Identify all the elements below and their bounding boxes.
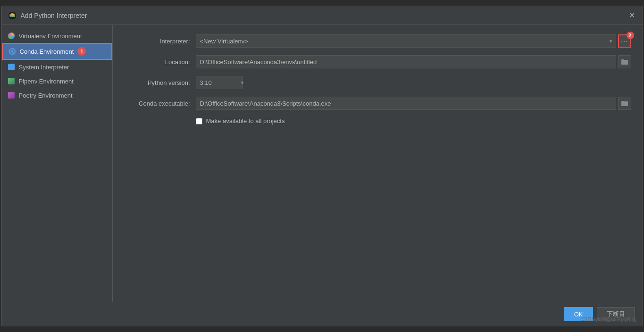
system-icon bbox=[8, 63, 15, 71]
make-available-label[interactable]: Make available to all projects bbox=[206, 117, 285, 124]
sidebar-label-conda: Conda Environment bbox=[20, 48, 74, 55]
sidebar: Virtualenv Environment Conda Environment… bbox=[2, 25, 113, 302]
interpreter-browse-button[interactable]: ··· 2 bbox=[618, 34, 631, 48]
python-version-label: Python version: bbox=[124, 79, 190, 86]
sidebar-item-conda[interactable]: Conda Environment 1 bbox=[2, 43, 112, 60]
python-version-control: 3.10 3.9 3.8 3.7 3.6 ▼ bbox=[196, 76, 631, 89]
conda-executable-label: Conda executable: bbox=[124, 100, 190, 107]
sidebar-label-system: System Interpreter bbox=[19, 64, 69, 71]
main-form: Interpreter: <New Virtualenv> ▼ ··· 2 bbox=[113, 25, 643, 302]
conda-executable-control bbox=[196, 97, 631, 110]
interpreter-row: Interpreter: <New Virtualenv> ▼ ··· 2 bbox=[124, 34, 631, 48]
folder-icon bbox=[621, 59, 628, 65]
make-available-checkbox[interactable] bbox=[196, 118, 202, 124]
browse-badge: 2 bbox=[627, 32, 634, 39]
watermark: CSDN@深陷脚下的月光 bbox=[580, 316, 636, 323]
sidebar-item-system[interactable]: System Interpreter bbox=[2, 60, 112, 74]
make-available-row: Make available to all projects bbox=[196, 117, 631, 124]
interpreter-control: <New Virtualenv> ▼ ··· 2 bbox=[196, 34, 631, 48]
poetry-icon bbox=[8, 91, 15, 99]
location-control bbox=[196, 55, 631, 68]
python-version-row: Python version: 3.10 3.9 3.8 3.7 3.6 ▼ bbox=[124, 76, 631, 89]
dialog-title: Add Python Interpreter bbox=[21, 12, 87, 19]
python-version-select[interactable]: 3.10 3.9 3.8 3.7 3.6 bbox=[196, 76, 243, 89]
pycharm-icon bbox=[8, 11, 17, 20]
pipenv-icon bbox=[8, 77, 15, 85]
conda-browse-button[interactable] bbox=[618, 97, 631, 110]
sidebar-item-poetry[interactable]: Poetry Environment bbox=[2, 88, 112, 102]
add-interpreter-dialog: Add Python Interpreter ✕ Virtualenv Envi… bbox=[1, 6, 643, 326]
version-dropdown-wrapper: 3.10 3.9 3.8 3.7 3.6 ▼ bbox=[196, 76, 248, 89]
title-bar: Add Python Interpreter ✕ bbox=[2, 6, 643, 25]
location-input[interactable] bbox=[196, 55, 616, 68]
dialog-content: Virtualenv Environment Conda Environment… bbox=[2, 25, 643, 302]
conda-executable-row: Conda executable: bbox=[124, 97, 631, 110]
dialog-footer: OK 下断目 bbox=[2, 302, 643, 326]
close-button[interactable]: ✕ bbox=[627, 11, 637, 20]
sidebar-label-virtualenv: Virtualenv Environment bbox=[19, 33, 82, 40]
interpreter-dropdown-wrapper: <New Virtualenv> ▼ bbox=[196, 34, 616, 48]
location-browse-button[interactable] bbox=[618, 55, 631, 68]
title-bar-left: Add Python Interpreter bbox=[8, 11, 87, 20]
interpreter-label: Interpreter: bbox=[124, 38, 190, 45]
conda-folder-icon bbox=[621, 100, 628, 106]
conda-executable-input[interactable] bbox=[196, 97, 616, 110]
location-row: Location: bbox=[124, 55, 631, 68]
interpreter-dropdown[interactable]: <New Virtualenv> bbox=[196, 34, 616, 48]
conda-icon bbox=[8, 48, 16, 55]
conda-badge: 1 bbox=[77, 47, 86, 56]
sidebar-item-virtualenv[interactable]: Virtualenv Environment bbox=[2, 29, 112, 43]
virtualenv-icon bbox=[8, 32, 15, 40]
sidebar-label-pipenv: Pipenv Environment bbox=[19, 78, 74, 85]
location-label: Location: bbox=[124, 58, 190, 66]
sidebar-label-poetry: Poetry Environment bbox=[19, 92, 73, 99]
sidebar-item-pipenv[interactable]: Pipenv Environment bbox=[2, 74, 112, 88]
